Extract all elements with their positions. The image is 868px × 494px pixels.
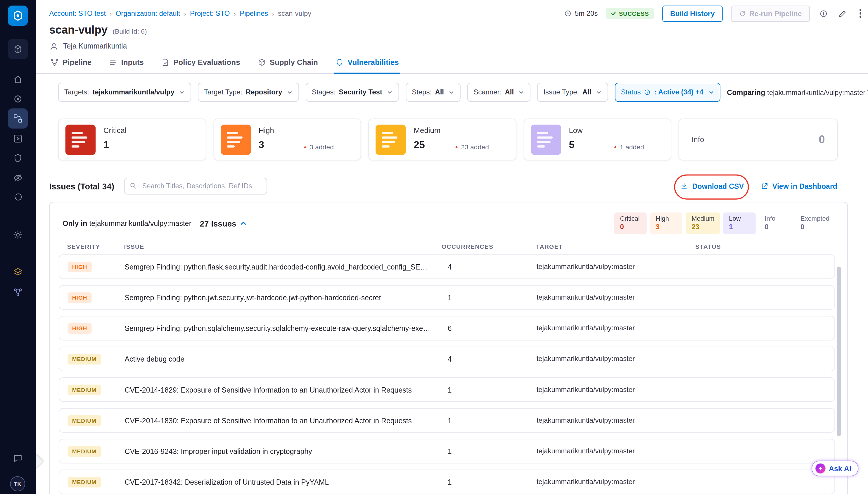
page-title: scan-vulpy bbox=[49, 23, 108, 36]
supply-chain-icon bbox=[257, 58, 266, 66]
view-in-dashboard-button[interactable]: View in Dashboard bbox=[761, 182, 837, 190]
build-duration: 5m 20s bbox=[564, 10, 598, 18]
nav-builds-icon[interactable] bbox=[8, 89, 28, 109]
filter-status[interactable]: Status : Active (34) +4 bbox=[615, 83, 720, 102]
filter-bar: Targets:tejakummarikuntla/vulpy Target T… bbox=[36, 83, 868, 102]
comparing-label: Comparing tejakummarikuntla/vulpy:master… bbox=[727, 88, 868, 96]
search-input[interactable] bbox=[124, 178, 267, 194]
feedback-chat-icon[interactable] bbox=[8, 449, 28, 469]
low-report-icon bbox=[531, 125, 561, 155]
filter-stages[interactable]: Stages:Security Test bbox=[306, 83, 399, 102]
breadcrumb-account[interactable]: Account: STO test bbox=[49, 10, 106, 18]
target-value: tejakummarikuntla/vulpy:master bbox=[537, 355, 696, 363]
main-content: Account: STO test › Organization: defaul… bbox=[36, 0, 868, 494]
chevron-down-icon bbox=[287, 89, 293, 95]
build-history-button[interactable]: Build History bbox=[662, 5, 722, 21]
chevron-down-icon bbox=[387, 89, 393, 95]
table-scrollbar[interactable] bbox=[837, 267, 841, 436]
chevron-down-icon bbox=[596, 89, 602, 95]
download-icon bbox=[680, 182, 688, 190]
severity-badge: MEDIUM bbox=[67, 385, 101, 395]
severity-card-critical: Critical1 bbox=[58, 118, 206, 160]
tab-pipeline[interactable]: Pipeline bbox=[49, 58, 93, 74]
table-row[interactable]: MEDIUM CVE-2017-18342: Deserialization o… bbox=[59, 470, 835, 494]
chevron-down-icon bbox=[518, 89, 524, 95]
breadcrumb-separator: › bbox=[110, 10, 112, 17]
rerun-pipeline-button[interactable]: Re-run Pipeline bbox=[731, 5, 810, 21]
issues-panel: Only in tejakummarikuntla/vulpy:master 2… bbox=[49, 202, 848, 494]
user-avatar[interactable]: TK bbox=[10, 476, 25, 491]
tab-inputs[interactable]: Inputs bbox=[108, 58, 145, 74]
sidebar-expand-handle[interactable] bbox=[36, 454, 43, 469]
tab-vulnerabilities[interactable]: Vulnerabilities bbox=[334, 58, 400, 74]
breadcrumb-organization[interactable]: Organization: default bbox=[116, 10, 180, 18]
occurrences-value: 6 bbox=[442, 324, 537, 332]
filter-targets[interactable]: Targets:tejakummarikuntla/vulpy bbox=[58, 83, 191, 102]
user-name: Teja Kummarikuntla bbox=[63, 42, 127, 50]
severity-badge: MEDIUM bbox=[67, 446, 101, 457]
severity-badge: MEDIUM bbox=[67, 354, 101, 364]
issue-title: Active debug code bbox=[124, 355, 442, 363]
severity-badge: HIGH bbox=[67, 262, 92, 272]
issue-title: CVE-2016-9243: Improper input validation… bbox=[124, 447, 442, 455]
harness-logo-icon[interactable] bbox=[8, 5, 28, 26]
severity-badge: MEDIUM bbox=[67, 477, 101, 487]
tab-policy-evaluations[interactable]: Policy Evaluations bbox=[160, 58, 241, 74]
nav-module-layers-icon[interactable] bbox=[8, 262, 28, 282]
info-button[interactable] bbox=[818, 8, 829, 19]
filter-scanner[interactable]: Scanner:All bbox=[467, 83, 531, 102]
refresh-icon bbox=[739, 10, 746, 17]
issue-title: Semgrep Finding: python.flask.security.a… bbox=[124, 263, 442, 271]
nav-executions-icon[interactable] bbox=[8, 129, 28, 149]
nav-pipelines-icon[interactable] bbox=[8, 109, 28, 129]
sidebar: TK bbox=[0, 0, 36, 494]
filter-issue-type[interactable]: Issue Type:All bbox=[537, 83, 608, 102]
edit-pipeline-button[interactable] bbox=[837, 8, 848, 19]
breadcrumb-pipelines[interactable]: Pipelines bbox=[240, 10, 268, 18]
table-row[interactable]: MEDIUM Active debug code 4 tejakummariku… bbox=[59, 347, 835, 371]
chevron-up-icon bbox=[240, 220, 247, 227]
nav-settings-gear-icon[interactable] bbox=[8, 225, 28, 245]
issue-title: Semgrep Finding: python.sqlalchemy.secur… bbox=[124, 324, 442, 332]
person-icon bbox=[49, 41, 59, 51]
table-header: SEVERITY ISSUE OCCURRENCES TARGET STATUS bbox=[59, 243, 835, 250]
policy-check-icon bbox=[161, 58, 170, 66]
more-options-button[interactable] bbox=[856, 7, 865, 19]
tab-supply-chain[interactable]: Supply Chain bbox=[256, 58, 319, 74]
nav-visibility-icon[interactable] bbox=[8, 168, 28, 188]
breadcrumb-separator: › bbox=[272, 10, 274, 17]
nav-rollback-icon[interactable] bbox=[8, 188, 28, 208]
table-row[interactable]: HIGH Semgrep Finding: python.sqlalchemy.… bbox=[59, 316, 835, 341]
target-value: tejakummarikuntla/vulpy:master bbox=[537, 417, 696, 424]
occurrences-value: 1 bbox=[442, 416, 537, 425]
table-row[interactable]: HIGH Semgrep Finding: python.jwt.securit… bbox=[59, 285, 835, 309]
project-selector-icon[interactable] bbox=[8, 39, 28, 59]
issues-count-toggle[interactable]: 27 Issues bbox=[200, 219, 247, 228]
clock-icon bbox=[564, 10, 572, 18]
status-badge: SUCCESS bbox=[606, 8, 654, 19]
table-row[interactable]: MEDIUM CVE-2014-1830: Exposure of Sensit… bbox=[59, 408, 835, 433]
nav-security-tests-icon[interactable] bbox=[8, 148, 28, 168]
ask-ai-button[interactable]: ✦ Ask AI bbox=[812, 461, 859, 476]
critical-report-icon bbox=[65, 125, 96, 155]
table-row[interactable]: MEDIUM CVE-2016-9243: Improper input val… bbox=[59, 439, 835, 463]
added-arrow-icon: ▲ bbox=[454, 145, 459, 149]
toolbar-actions: Download CSV View in Dashboard bbox=[680, 182, 837, 190]
chip-medium: Medium23 bbox=[686, 212, 720, 234]
table-row[interactable]: HIGH Semgrep Finding: python.flask.secur… bbox=[59, 254, 835, 279]
filter-target-type[interactable]: Target Type:Repository bbox=[198, 83, 299, 102]
target-value: tejakummarikuntla/vulpy:master bbox=[537, 263, 696, 271]
nav-module-graph-icon[interactable] bbox=[8, 282, 28, 303]
breadcrumb-separator: › bbox=[184, 10, 186, 17]
download-csv-button[interactable]: Download CSV bbox=[680, 182, 744, 190]
filter-steps[interactable]: Steps:All bbox=[406, 83, 461, 102]
search-box bbox=[124, 178, 267, 194]
nav-home-icon[interactable] bbox=[8, 69, 28, 90]
issues-table: HIGH Semgrep Finding: python.flask.secur… bbox=[59, 254, 835, 494]
occurrences-value: 4 bbox=[442, 263, 537, 271]
only-in-label: Only in tejakummarikuntla/vulpy:master bbox=[62, 219, 191, 228]
table-row[interactable]: MEDIUM CVE-2014-1829: Exposure of Sensit… bbox=[59, 377, 835, 402]
breadcrumb-project[interactable]: Project: STO bbox=[190, 10, 230, 18]
title-row: scan-vulpy (Build Id: 6) bbox=[36, 23, 868, 36]
external-link-icon bbox=[761, 182, 769, 190]
